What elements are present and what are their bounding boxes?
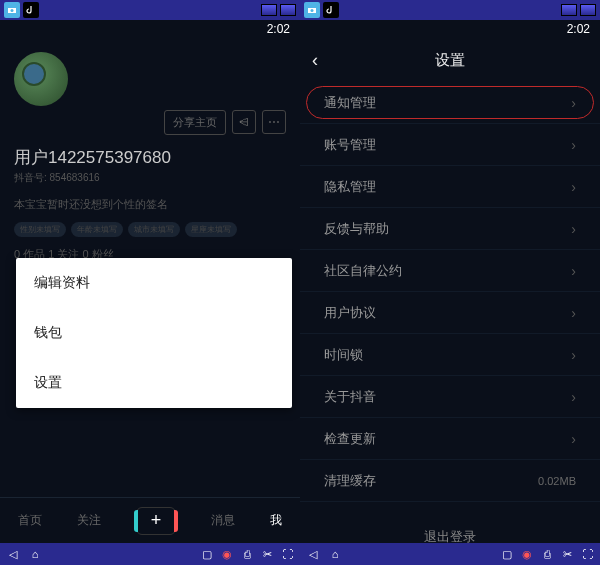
camera-tab-icon[interactable] [4, 2, 20, 18]
popup-edit-profile[interactable]: 编辑资料 [16, 258, 292, 308]
status-bar: 2:02 [300, 20, 600, 38]
home-icon[interactable]: ⌂ [28, 547, 42, 561]
back-icon[interactable]: ◁ [306, 547, 320, 561]
emulator-titlebar [0, 0, 300, 20]
profile-tags: 性别未填写 年龄未填写 城市未填写 星座未填写 [14, 222, 286, 237]
svg-point-1 [11, 9, 14, 12]
row-privacy[interactable]: 隐私管理› [300, 166, 600, 208]
svg-point-3 [311, 9, 314, 12]
popup-settings[interactable]: 设置 [16, 358, 292, 408]
expand-icon[interactable]: ⛶ [580, 547, 594, 561]
eye-icon[interactable]: ◉ [520, 547, 534, 561]
status-bar: 2:02 [0, 20, 300, 38]
chevron-right-icon: › [571, 305, 576, 321]
page-title: 设置 [435, 51, 465, 70]
row-update[interactable]: 检查更新› [300, 418, 600, 460]
nav-home[interactable]: 首页 [18, 512, 42, 529]
logout-button[interactable]: 退出登录 [300, 516, 600, 543]
eye-icon[interactable]: ◉ [220, 547, 234, 561]
nav-message[interactable]: 消息 [211, 512, 235, 529]
row-account[interactable]: 账号管理› [300, 124, 600, 166]
username-label: 用户1422575397680 [14, 146, 286, 169]
left-screen: 2:02 分享主页 ⩤ ⋯ 用户1422575397680 抖音号: 85468… [0, 0, 300, 565]
window-min-button[interactable] [561, 4, 577, 16]
douyin-tab-icon[interactable] [23, 2, 39, 18]
nav-follow[interactable]: 关注 [77, 512, 101, 529]
screenshot-icon[interactable]: ⎙ [540, 547, 554, 561]
expand-icon[interactable]: ⛶ [280, 547, 294, 561]
screenshot-icon[interactable]: ⎙ [240, 547, 254, 561]
bottom-nav: 首页 关注 + 消息 我 [0, 497, 300, 543]
row-feedback[interactable]: 反馈与帮助› [300, 208, 600, 250]
action-popup: 编辑资料 钱包 设置 [16, 258, 292, 408]
chevron-right-icon: › [571, 221, 576, 237]
camera-tab-icon[interactable] [304, 2, 320, 18]
douyin-tab-icon[interactable] [323, 2, 339, 18]
chevron-right-icon: › [571, 389, 576, 405]
tag-zodiac: 星座未填写 [185, 222, 237, 237]
row-notification[interactable]: 通知管理› [300, 82, 600, 124]
chevron-right-icon: › [571, 179, 576, 195]
chevron-right-icon: › [571, 431, 576, 447]
clock: 2:02 [567, 22, 590, 36]
signature-label: 本宝宝暂时还没想到个性的签名 [14, 197, 286, 212]
nav-plus-button[interactable]: + [136, 507, 176, 535]
clock: 2:02 [267, 22, 290, 36]
chevron-right-icon: › [571, 347, 576, 363]
row-agreement[interactable]: 用户协议› [300, 292, 600, 334]
add-friend-icon[interactable]: ⩤ [232, 110, 256, 134]
recents-icon[interactable]: ▢ [500, 547, 514, 561]
recents-icon[interactable]: ▢ [200, 547, 214, 561]
system-navbar: ◁ ⌂ ▢ ◉ ⎙ ✂ ⛶ [0, 543, 300, 565]
cut-icon[interactable]: ✂ [560, 547, 574, 561]
settings-list: 通知管理› 账号管理› 隐私管理› 反馈与帮助› 社区自律公约› 用户协议› 时… [300, 82, 600, 543]
window-max-button[interactable] [280, 4, 296, 16]
tag-gender: 性别未填写 [14, 222, 66, 237]
window-min-button[interactable] [261, 4, 277, 16]
more-icon[interactable]: ⋯ [262, 110, 286, 134]
home-icon[interactable]: ⌂ [328, 547, 342, 561]
row-community[interactable]: 社区自律公约› [300, 250, 600, 292]
window-max-button[interactable] [580, 4, 596, 16]
cut-icon[interactable]: ✂ [260, 547, 274, 561]
chevron-right-icon: › [571, 95, 576, 111]
tag-age: 年龄未填写 [71, 222, 123, 237]
chevron-right-icon: › [571, 137, 576, 153]
profile-content: 分享主页 ⩤ ⋯ 用户1422575397680 抖音号: 854683616 … [0, 38, 300, 497]
avatar[interactable] [14, 52, 68, 106]
tag-city: 城市未填写 [128, 222, 180, 237]
system-navbar: ◁ ⌂ ▢ ◉ ⎙ ✂ ⛶ [300, 543, 600, 565]
share-profile-button[interactable]: 分享主页 [164, 110, 226, 135]
back-button[interactable]: ‹ [312, 50, 318, 71]
popup-wallet[interactable]: 钱包 [16, 308, 292, 358]
row-about[interactable]: 关于抖音› [300, 376, 600, 418]
chevron-right-icon: › [571, 263, 576, 279]
settings-content: ‹ 设置 通知管理› 账号管理› 隐私管理› 反馈与帮助› 社区自律公约› 用户… [300, 38, 600, 543]
right-screen: 2:02 ‹ 设置 通知管理› 账号管理› 隐私管理› 反馈与帮助› 社区自律公… [300, 0, 600, 565]
settings-header: ‹ 设置 [300, 38, 600, 82]
row-timelock[interactable]: 时间锁› [300, 334, 600, 376]
cache-value: 0.02MB [538, 475, 576, 487]
nav-me[interactable]: 我 [270, 512, 282, 529]
emulator-titlebar [300, 0, 600, 20]
user-id-label: 抖音号: 854683616 [14, 171, 286, 185]
back-icon[interactable]: ◁ [6, 547, 20, 561]
row-cache[interactable]: 清理缓存0.02MB [300, 460, 600, 502]
